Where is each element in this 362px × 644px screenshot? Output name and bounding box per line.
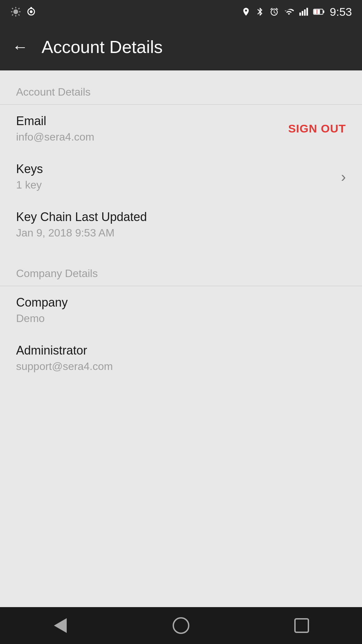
admin-label: Administrator	[16, 343, 346, 358]
svg-rect-11	[299, 12, 301, 15]
nav-home-icon	[173, 617, 189, 634]
account-section-header: Account Details	[0, 74, 362, 104]
admin-row: Administrator support@sera4.com	[0, 334, 362, 382]
nav-recent-icon	[294, 618, 309, 633]
camera-icon	[25, 6, 37, 17]
brightness-icon	[10, 6, 21, 17]
bluetooth-icon	[255, 7, 265, 16]
content-area: Account Details Email info@sera4.com SIG…	[0, 70, 362, 607]
keychain-label: Key Chain Last Updated	[16, 210, 346, 224]
admin-value: support@sera4.com	[16, 360, 346, 373]
nav-back-button[interactable]	[44, 612, 77, 639]
email-content: Email info@sera4.com	[16, 114, 288, 143]
signal-icon	[299, 7, 308, 16]
bottom-nav-bar	[0, 607, 362, 644]
page-title: Account Details	[42, 37, 163, 57]
svg-line-5	[12, 8, 13, 9]
company-section: Company Details Company Demo Administrat…	[0, 252, 362, 385]
keychain-row: Key Chain Last Updated Jan 9, 2018 9:53 …	[0, 201, 362, 249]
account-section: Account Details Email info@sera4.com SIG…	[0, 70, 362, 252]
company-value: Demo	[16, 312, 346, 325]
status-bar-left-icons	[10, 6, 37, 17]
svg-line-6	[18, 14, 19, 15]
email-label: Email	[16, 114, 288, 128]
status-bar-right-icons: 9:53	[241, 5, 352, 18]
admin-content: Administrator support@sera4.com	[16, 343, 346, 373]
company-content: Company Demo	[16, 296, 346, 325]
battery-icon	[313, 7, 325, 16]
keys-row[interactable]: Keys 1 key ›	[0, 153, 362, 201]
app-bar: ← Account Details	[0, 23, 362, 70]
svg-line-7	[18, 8, 19, 9]
nav-back-icon	[54, 618, 67, 633]
keys-label: Keys	[16, 162, 341, 176]
keychain-value: Jan 9, 2018 9:53 AM	[16, 227, 346, 239]
company-label: Company	[16, 296, 346, 310]
status-time: 9:53	[330, 5, 352, 18]
alarm-icon	[269, 7, 279, 16]
back-button[interactable]: ←	[12, 39, 28, 55]
svg-point-10	[30, 10, 33, 13]
svg-rect-14	[306, 8, 308, 15]
keys-chevron-icon: ›	[341, 168, 346, 185]
company-section-header: Company Details	[0, 255, 362, 286]
svg-rect-12	[302, 11, 303, 16]
keychain-content: Key Chain Last Updated Jan 9, 2018 9:53 …	[16, 210, 346, 239]
company-row: Company Demo	[0, 286, 362, 334]
sign-out-button[interactable]: SIGN OUT	[288, 122, 346, 135]
email-row: Email info@sera4.com SIGN OUT	[0, 105, 362, 153]
nav-home-button[interactable]	[164, 612, 198, 639]
keys-content: Keys 1 key	[16, 162, 341, 191]
keys-value: 1 key	[16, 179, 341, 191]
svg-point-0	[13, 9, 18, 14]
svg-rect-16	[323, 10, 324, 13]
svg-rect-13	[304, 9, 306, 16]
nav-recent-button[interactable]	[285, 612, 318, 639]
wifi-icon	[284, 7, 294, 16]
svg-line-8	[12, 14, 13, 15]
status-bar: 9:53	[0, 0, 362, 23]
location-icon	[241, 7, 251, 16]
email-value: info@sera4.com	[16, 131, 288, 143]
